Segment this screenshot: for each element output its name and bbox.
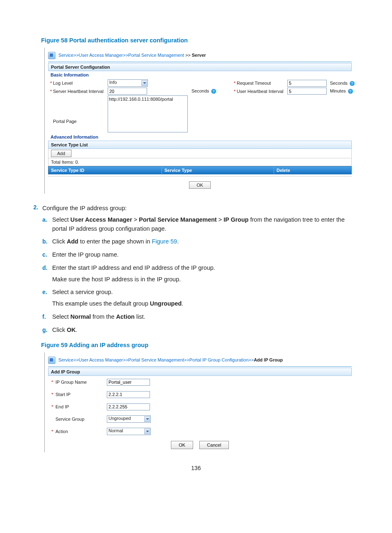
col-service-type: Service Type <box>162 167 274 174</box>
sub-g: g. <box>42 326 52 335</box>
help-icon[interactable]: ? <box>348 89 353 94</box>
input-end-ip[interactable] <box>107 403 150 410</box>
total-items: Total Items: 0. <box>48 158 352 166</box>
label-start-ip: *Start IP <box>48 392 107 397</box>
label-portal-page: Portal Page <box>51 104 106 124</box>
bc-sep: >> <box>123 53 128 58</box>
bc-add-ip: Add IP Group <box>254 357 283 362</box>
service-type-table-header: Service Type ID Service Type Delete <box>48 166 352 174</box>
label-request-timeout: Request Timeout <box>234 81 286 86</box>
bc-service[interactable]: Service <box>58 53 74 58</box>
help-icon[interactable]: ? <box>350 81 355 86</box>
sub-d: d. <box>42 264 52 284</box>
add-button[interactable]: Add <box>51 150 71 157</box>
select-service-group[interactable]: Ungrouped <box>107 415 151 423</box>
sub-b: b. <box>42 237 52 246</box>
bc-server: Server <box>192 53 206 58</box>
select-action[interactable]: Normal <box>107 428 151 435</box>
step2-text: Configure the IP address group: <box>42 204 355 213</box>
cancel-button[interactable]: Cancel <box>199 441 229 449</box>
section-add-ip-group: Add IP Group <box>48 368 352 376</box>
help-icon[interactable]: ? <box>211 89 216 94</box>
sub-a: a. <box>42 216 52 234</box>
input-start-ip[interactable] <box>107 391 150 398</box>
sub-d-text: Enter the start IP address and end IP ad… <box>52 264 355 284</box>
section-portal-server-config: Portal Server Configuration <box>48 63 352 71</box>
breadcrumb-58: Service>>User Access Manager>>Portal Ser… <box>48 52 352 59</box>
unit-seconds: Seconds <box>330 81 348 86</box>
bc-psm[interactable]: Portal Service Management <box>128 357 184 362</box>
sub-f: f. <box>42 313 52 322</box>
bc-uam[interactable]: User Access Manager <box>79 53 123 58</box>
bc-uam[interactable]: User Access Manager <box>79 357 123 362</box>
bc-sep: >> <box>185 53 192 58</box>
breadcrumb-icon <box>48 52 55 59</box>
breadcrumb-59: Service>>User Access Manager>>Portal Ser… <box>48 357 352 364</box>
col-service-type-id: Service Type ID <box>48 167 162 174</box>
input-user-heartbeat[interactable] <box>287 88 327 95</box>
figure59-box: Service>>User Access Manager>>Portal Ser… <box>44 352 355 452</box>
label-service-group: Service Group <box>48 417 107 422</box>
figure59-link[interactable]: Figure 59 <box>152 238 177 245</box>
textarea-portal-page[interactable]: http://192.168.0.111:8080/portal <box>108 95 188 132</box>
chevron-down-icon <box>144 416 150 422</box>
step-number: 2. <box>27 204 42 338</box>
bc-service[interactable]: Service <box>58 357 74 362</box>
unit-minutes: Minutes <box>330 88 346 93</box>
unit-seconds: Seconds <box>191 88 209 93</box>
breadcrumb-icon <box>48 357 55 364</box>
label-log-level: Log Level <box>51 81 106 86</box>
label-ip-group-name: *IP Group Name <box>48 380 107 385</box>
sub-a-text: Select User Access Manager > Portal Serv… <box>52 216 355 234</box>
figure58-box: Service>>User Access Manager>>Portal Ser… <box>44 48 355 194</box>
sub-c-text: Enter the IP group name. <box>52 250 355 260</box>
basic-info-head: Basic Information <box>48 71 352 79</box>
sub-f-text: Select Normal from the Action list. <box>52 313 355 322</box>
input-ip-group-name[interactable] <box>107 379 150 386</box>
col-delete: Delete <box>274 167 351 174</box>
sub-b-text: Click Add to enter the page shown in Fig… <box>52 237 355 246</box>
label-end-ip: *End IP <box>48 404 107 409</box>
select-log-level[interactable]: Info <box>108 79 148 87</box>
bc-ip-cfg[interactable]: Portal IP Group Configuration <box>189 357 249 362</box>
sub-e-text: Select a service group. This example use… <box>52 288 355 308</box>
label-server-heartbeat: Server Heartbeat Interval <box>51 89 106 94</box>
page-number: 136 <box>37 465 355 471</box>
sub-g-text: Click OK. <box>52 326 355 335</box>
input-server-heartbeat[interactable] <box>108 88 147 95</box>
figure58-caption: Figure 58 Portal authentication server c… <box>37 37 355 44</box>
advanced-info-head: Advanced Information <box>48 133 352 141</box>
label-user-heartbeat: User Heartbeat Interval <box>234 89 286 94</box>
sub-c: c. <box>42 250 52 260</box>
input-request-timeout[interactable] <box>287 80 327 87</box>
ok-button[interactable]: OK <box>189 181 211 189</box>
ok-button[interactable]: OK <box>171 441 193 449</box>
service-type-list-head: Service Type List <box>48 141 352 149</box>
figure59-caption: Figure 59 Adding an IP address group <box>37 342 355 348</box>
chevron-down-icon <box>144 429 150 434</box>
chevron-down-icon <box>141 80 147 86</box>
bc-sep: >> <box>74 53 79 58</box>
label-action: *Action <box>48 429 107 434</box>
bc-psm[interactable]: Portal Service Management <box>128 53 184 58</box>
sub-e: e. <box>42 288 52 308</box>
